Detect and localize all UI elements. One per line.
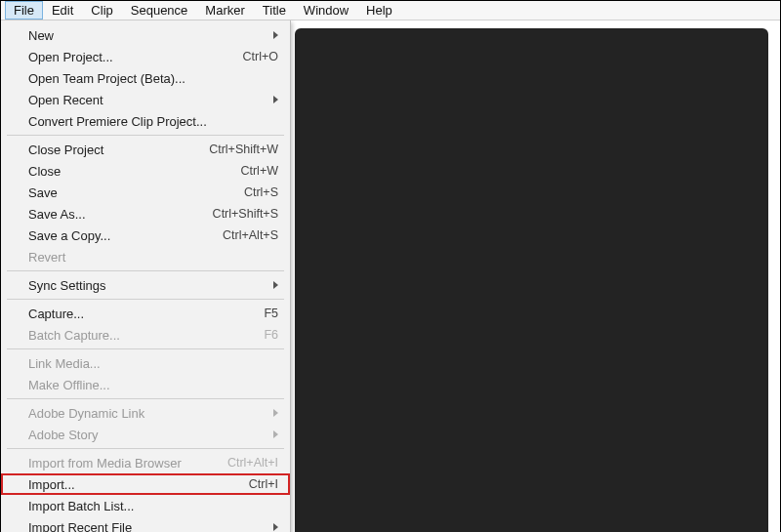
menu-item-label: Save As...	[28, 207, 86, 222]
menu-item-label: Close	[28, 164, 61, 179]
file-menu-dropdown: NewOpen Project...Ctrl+OOpen Team Projec…	[1, 20, 291, 532]
menu-item-convert-premiere-clip-project[interactable]: Convert Premiere Clip Project...	[1, 110, 290, 132]
menubar-item-title[interactable]: Title	[254, 1, 295, 20]
menubar-item-clip[interactable]: Clip	[82, 1, 121, 20]
menu-item-label: Adobe Dynamic Link	[28, 406, 144, 421]
menu-item-label: Import Batch List...	[28, 499, 134, 513]
menu-item-shortcut: Ctrl+O	[243, 50, 278, 63]
menubar: FileEditClipSequenceMarkerTitleWindowHel…	[1, 1, 780, 20]
menu-item-shortcut: Ctrl+Alt+I	[227, 456, 278, 470]
menu-item-adobe-story: Adobe Story	[1, 424, 290, 445]
menu-item-label: Save	[28, 185, 58, 200]
menu-item-label: Convert Premiere Clip Project...	[28, 114, 207, 129]
menu-item-open-recent[interactable]: Open Recent	[1, 89, 290, 110]
menu-item-label: Sync Settings	[28, 278, 106, 293]
menu-item-label: Import...	[28, 477, 75, 492]
menu-separator	[7, 299, 284, 300]
menu-separator	[7, 398, 284, 399]
menu-item-label: Import from Media Browser	[28, 456, 182, 471]
menu-item-label: Link Media...	[28, 356, 101, 371]
menu-separator	[7, 348, 284, 349]
menu-item-adobe-dynamic-link: Adobe Dynamic Link	[1, 402, 290, 424]
menu-item-shortcut: Ctrl+I	[249, 477, 278, 491]
menu-item-revert: Revert	[1, 246, 290, 267]
editor-canvas-wrap	[291, 20, 780, 532]
menu-item-new[interactable]: New	[1, 24, 290, 46]
menu-item-capture[interactable]: Capture...F5	[1, 303, 290, 324]
menu-item-label: Open Recent	[28, 93, 103, 107]
menu-item-import-batch-list[interactable]: Import Batch List...	[1, 495, 290, 516]
menu-item-save[interactable]: SaveCtrl+S	[1, 182, 290, 203]
menu-item-save-as[interactable]: Save As...Ctrl+Shift+S	[1, 203, 290, 225]
menu-item-label: Open Project...	[28, 50, 113, 64]
menu-item-save-a-copy[interactable]: Save a Copy...Ctrl+Alt+S	[1, 225, 290, 246]
menu-item-link-media: Link Media...	[1, 352, 290, 374]
menu-item-close[interactable]: CloseCtrl+W	[1, 160, 290, 182]
menu-item-shortcut: F6	[264, 328, 278, 342]
app-window: FileEditClipSequenceMarkerTitleWindowHel…	[0, 0, 781, 532]
menu-item-shortcut: Ctrl+W	[240, 164, 278, 178]
chevron-right-icon	[273, 430, 278, 438]
menubar-item-sequence[interactable]: Sequence	[122, 1, 197, 20]
chevron-right-icon	[273, 96, 278, 103]
workspace: NewOpen Project...Ctrl+OOpen Team Projec…	[1, 20, 780, 532]
menu-item-import-from-media-browser: Import from Media BrowserCtrl+Alt+I	[1, 452, 290, 473]
menu-item-label: Batch Capture...	[28, 328, 120, 343]
menu-item-label: Capture...	[28, 307, 84, 321]
menu-item-label: Open Team Project (Beta)...	[28, 71, 185, 86]
menu-item-import[interactable]: Import...Ctrl+I	[1, 473, 290, 495]
menu-item-shortcut: Ctrl+S	[244, 185, 278, 199]
menu-item-shortcut: Ctrl+Alt+S	[223, 228, 278, 242]
menu-item-label: Adobe Story	[28, 428, 99, 442]
menubar-item-help[interactable]: Help	[357, 1, 401, 20]
menubar-item-file[interactable]: File	[5, 1, 43, 20]
menu-item-label: Revert	[28, 250, 65, 265]
menu-item-make-offline: Make Offline...	[1, 374, 290, 395]
menu-item-label: Import Recent File	[28, 520, 132, 533]
menu-item-label: Make Offline...	[28, 378, 110, 392]
menu-item-label: New	[28, 28, 54, 43]
editor-canvas[interactable]	[295, 28, 768, 532]
menubar-item-window[interactable]: Window	[295, 1, 357, 20]
menu-item-shortcut: Ctrl+Shift+W	[209, 143, 278, 156]
menu-item-sync-settings[interactable]: Sync Settings	[1, 274, 290, 296]
menu-item-label: Save a Copy...	[28, 228, 110, 243]
chevron-right-icon	[273, 31, 278, 39]
menubar-item-edit[interactable]: Edit	[43, 1, 82, 20]
menu-item-close-project[interactable]: Close ProjectCtrl+Shift+W	[1, 139, 290, 160]
menu-item-shortcut: F5	[264, 307, 278, 320]
menu-item-shortcut: Ctrl+Shift+S	[213, 207, 278, 221]
chevron-right-icon	[273, 281, 278, 289]
menu-item-import-recent-file[interactable]: Import Recent File	[1, 516, 290, 532]
menu-separator	[7, 448, 284, 449]
menu-item-open-project[interactable]: Open Project...Ctrl+O	[1, 46, 290, 67]
menu-separator	[7, 135, 284, 136]
chevron-right-icon	[273, 409, 278, 417]
menu-item-batch-capture: Batch Capture...F6	[1, 324, 290, 346]
menubar-item-marker[interactable]: Marker	[196, 1, 253, 20]
menu-item-label: Close Project	[28, 143, 103, 157]
menu-item-open-team-project-beta[interactable]: Open Team Project (Beta)...	[1, 67, 290, 89]
chevron-right-icon	[273, 523, 278, 531]
menu-separator	[7, 270, 284, 271]
